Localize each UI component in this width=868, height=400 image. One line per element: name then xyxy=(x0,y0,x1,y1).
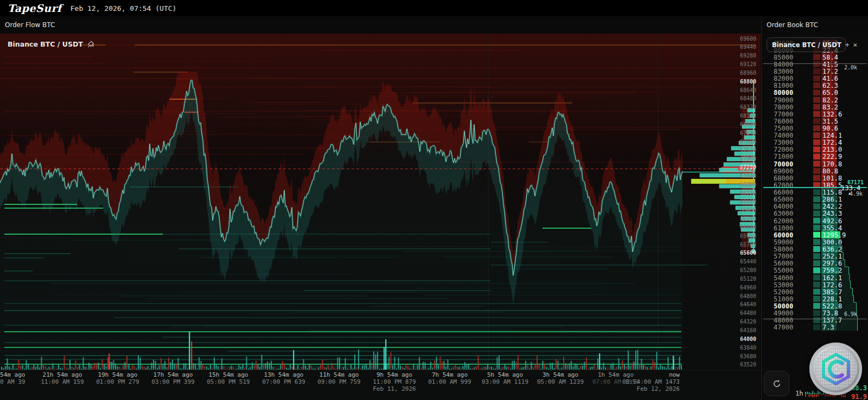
svg-text:53000: 53000 xyxy=(774,281,793,289)
svg-text:76000: 76000 xyxy=(774,118,793,125)
svg-text:242.2: 242.2 xyxy=(822,203,842,210)
svg-text:67520: 67520 xyxy=(740,147,756,153)
order-book-panel: 8700025.38600022.48500058.48400041.58300… xyxy=(761,34,868,400)
svg-text:522.8: 522.8 xyxy=(822,302,842,310)
order-book-row[interactable]: 8400041.5 xyxy=(774,61,838,68)
order-book-row[interactable]: 600001295.9 xyxy=(774,231,846,239)
svg-text:54000: 54000 xyxy=(774,274,793,282)
svg-text:62000: 62000 xyxy=(774,217,793,225)
app-logo-text: TapeSurf xyxy=(8,2,62,14)
svg-text:73.8: 73.8 xyxy=(822,309,838,317)
order-book-row[interactable]: 66000115.8 xyxy=(774,189,842,196)
order-book-row[interactable]: 57000252.1 xyxy=(774,253,842,260)
order-book-row[interactable]: 62000492.6 xyxy=(774,217,842,225)
order-book-row[interactable]: 55000759.2 xyxy=(774,267,842,274)
svg-text:286.1: 286.1 xyxy=(822,196,842,203)
svg-text:48000: 48000 xyxy=(774,317,793,324)
svg-text:01:00 AM 999: 01:00 AM 999 xyxy=(428,378,471,385)
svg-text:41.6: 41.6 xyxy=(822,75,838,82)
order-book-row[interactable]: 68000101.8 xyxy=(774,175,842,182)
svg-text:07:00 PM 639: 07:00 PM 639 xyxy=(262,378,305,385)
order-book-row[interactable]: 61000355.4 xyxy=(774,224,842,232)
svg-text:65000: 65000 xyxy=(774,196,793,203)
svg-text:67171: 67171 xyxy=(738,166,754,172)
order-book-row[interactable]: 7800083.2 xyxy=(774,104,838,111)
order-book-canvas[interactable]: 8700025.38600022.48500058.48400041.58300… xyxy=(762,34,868,400)
order-book-row[interactable]: 77000132.6 xyxy=(774,111,842,118)
svg-text:90.6: 90.6 xyxy=(822,125,838,132)
order-book-title: Order Book BTC xyxy=(767,21,818,29)
order-book-symbol-tab[interactable]: Binance BTC / USDT + × xyxy=(767,37,846,52)
order-book-row[interactable]: 470007.3 xyxy=(774,324,837,331)
order-book-row[interactable]: 7900082.2 xyxy=(774,96,838,104)
svg-text:66080: 66080 xyxy=(740,224,756,230)
refresh-button[interactable] xyxy=(764,371,789,396)
svg-text:4.9k: 4.9k xyxy=(850,191,863,197)
order-book-row[interactable]: 63000243.3 xyxy=(774,210,842,217)
order-book-row[interactable]: 51000228.1 xyxy=(774,295,842,303)
order-book-row[interactable]: 72000213.0 xyxy=(774,146,842,153)
order-book-row[interactable]: 58000636.2 xyxy=(774,246,842,253)
svg-text:67040: 67040 xyxy=(740,173,756,179)
chart-symbol-label[interactable]: Binance BTC / USDT xyxy=(8,40,94,48)
svg-text:63000: 63000 xyxy=(774,210,793,217)
svg-text:65120: 65120 xyxy=(740,276,756,282)
order-book-row[interactable]: 74000124.1 xyxy=(774,132,842,139)
order-book-header: Order Book BTC xyxy=(761,16,868,34)
svg-text:57000: 57000 xyxy=(774,253,793,260)
svg-text:65280: 65280 xyxy=(740,267,756,273)
svg-text:50000: 50000 xyxy=(774,302,793,310)
order-book-row[interactable]: 59000300.0 xyxy=(774,238,842,246)
svg-text:228.1: 228.1 xyxy=(822,295,842,303)
order-book-row[interactable]: 8200041.6 xyxy=(774,75,838,82)
order-book-row[interactable]: 64000242.2 xyxy=(774,203,842,210)
svg-text:68480: 68480 xyxy=(740,95,756,101)
order-book-row[interactable]: 7500090.6 xyxy=(774,125,838,132)
refresh-icon xyxy=(772,379,782,389)
order-book-rows[interactable]: 8700025.38600022.48500058.48400041.58300… xyxy=(774,40,846,332)
order-book-row[interactable]: 71000222.9 xyxy=(774,153,842,160)
order-book-row[interactable]: 53000172.6 xyxy=(774,281,842,289)
order-book-row[interactable]: 65000286.1 xyxy=(774,196,842,203)
svg-text:66560: 66560 xyxy=(740,198,756,204)
svg-text:124.1: 124.1 xyxy=(822,132,842,139)
svg-text:9h 54m ago: 9h 54m ago xyxy=(376,371,412,378)
svg-text:7h 54m ago: 7h 54m ago xyxy=(432,371,468,378)
svg-text:355.4: 355.4 xyxy=(822,224,842,232)
svg-text:492.6: 492.6 xyxy=(822,217,842,225)
order-book-row[interactable]: 56000297.6 xyxy=(774,260,842,267)
svg-text:64320: 64320 xyxy=(740,319,756,325)
svg-text:49000: 49000 xyxy=(774,309,793,317)
order-book-row[interactable]: 70000170.8 xyxy=(774,160,842,168)
order-book-row[interactable]: 8100062.3 xyxy=(774,82,838,89)
svg-text:69600: 69600 xyxy=(740,36,756,42)
order-book-row[interactable]: 8000065.0 xyxy=(774,89,838,96)
close-tab-button[interactable]: × xyxy=(853,41,858,49)
order-book-row[interactable]: 73000172.4 xyxy=(774,139,842,146)
order-book-row[interactable]: 54000162.1 xyxy=(774,274,842,282)
order-book-row[interactable]: 8500058.4 xyxy=(774,54,838,61)
svg-text:68320: 68320 xyxy=(740,104,756,110)
svg-text:66880: 66880 xyxy=(740,182,756,188)
order-flow-canvas[interactable]: 6960069440692806912068960688006864068480… xyxy=(0,34,761,400)
svg-text:759.2: 759.2 xyxy=(822,267,842,274)
svg-text:65440: 65440 xyxy=(740,259,756,264)
order-flow-chart[interactable]: 6960069440692806912068960688006864068480… xyxy=(0,34,761,400)
svg-text:15h 54m ago: 15h 54m ago xyxy=(209,371,248,378)
svg-text:Feb 11, 2026: Feb 11, 2026 xyxy=(373,385,416,392)
svg-text:09:00 PM 759: 09:00 PM 759 xyxy=(317,378,360,385)
order-book-row[interactable]: 50000522.8 xyxy=(774,302,842,310)
order-book-row[interactable]: 48000137.7 xyxy=(774,317,842,324)
svg-text:78000: 78000 xyxy=(774,104,793,111)
order-book-row[interactable]: 8300017.2 xyxy=(774,68,838,75)
order-book-row[interactable]: 6900080.8 xyxy=(774,167,838,175)
svg-text:222.9: 222.9 xyxy=(822,153,842,160)
order-book-row[interactable]: 4900073.8 xyxy=(774,309,838,317)
pushpin-icon[interactable] xyxy=(87,41,94,48)
add-symbol-button[interactable]: + xyxy=(845,41,850,49)
order-book-row[interactable]: 52000385.7 xyxy=(774,288,842,296)
svg-text:2.0k: 2.0k xyxy=(844,64,857,70)
order-book-row[interactable]: 7600031.5 xyxy=(774,118,838,125)
svg-text:56000: 56000 xyxy=(774,260,793,267)
svg-text:71000: 71000 xyxy=(774,153,793,160)
